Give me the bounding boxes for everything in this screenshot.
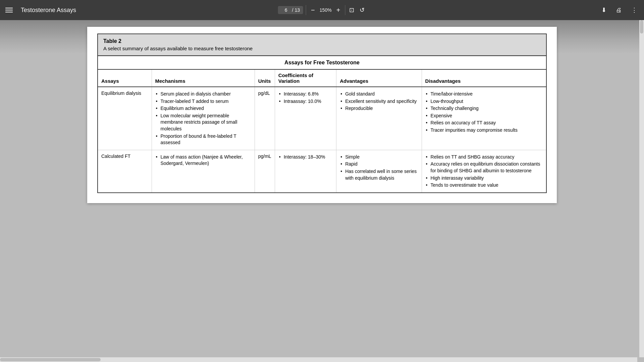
list-item: Low-throughput (425, 98, 543, 105)
page-number-input[interactable] (281, 7, 291, 13)
horizontal-scrollbar[interactable] (0, 357, 637, 362)
list-item: Serum placed in dialysis chamber (155, 90, 251, 98)
document-title: Testosterone Assays (21, 7, 76, 14)
mechanisms-list-2: Law of mass action (Nanjee & Wheeler, So… (155, 154, 251, 167)
advantages-2: Simple Rapid Has correlated well in some… (336, 150, 422, 192)
nav-zoom-divider (306, 5, 306, 15)
list-item: Expensive (425, 112, 543, 120)
assay-name-1: Equilibrium dialysis (98, 87, 152, 150)
disadvantages-list-1: Time/labor-intensive Low-throughput Tech… (425, 90, 543, 134)
cv-list-1: Interassay: 6.8% Intraassay: 10.0% (278, 90, 333, 105)
horizontal-scrollbar-thumb[interactable] (0, 358, 101, 361)
list-item: Intraassay: 10.0% (278, 98, 333, 105)
advantages-list-1: Gold standard Excellent sensitivity and … (340, 90, 418, 112)
advantages-1: Gold standard Excellent sensitivity and … (336, 87, 422, 150)
rotate-button[interactable]: ↺ (358, 5, 366, 15)
main-table: Assays for Free Testosterone Assays Mech… (98, 56, 546, 192)
col-header-cv: Coefficients of Variation (275, 69, 336, 87)
list-item: Relies on TT and SHBG assay accuracy (425, 154, 543, 161)
table-row: Calculated FT Law of mass action (Nanjee… (98, 150, 546, 192)
fit-page-button[interactable]: ⊡ (348, 5, 356, 15)
disadvantages-list-2: Relies on TT and SHBG assay accuracy Acc… (425, 154, 543, 189)
list-item: Excellent sensitivity and specificity (340, 98, 418, 105)
cv-1: Interassay: 6.8% Intraassay: 10.0% (275, 87, 336, 150)
vertical-scrollbar-thumb[interactable] (640, 20, 643, 34)
units-2: pg/mL (255, 150, 275, 192)
list-item: Gold standard (340, 90, 418, 98)
list-item: Rapid (340, 161, 418, 168)
list-item: Interassay: 18–30% (278, 154, 333, 161)
mechanisms-1: Serum placed in dialysis chamber Tracer-… (152, 87, 255, 150)
more-options-button[interactable]: ⋮ (630, 5, 639, 15)
disadvantages-1: Time/labor-intensive Low-throughput Tech… (422, 87, 546, 150)
col-header-disadvantages: Disadvantages (422, 69, 546, 87)
zoom-value: 150% (319, 7, 332, 13)
table-row: Equilibrium dialysis Serum placed in dia… (98, 87, 546, 150)
menu-icon[interactable] (5, 8, 13, 12)
list-item: Interassay: 6.8% (278, 90, 333, 98)
list-item: Tracer impurities may compromise results (425, 127, 543, 134)
mechanisms-2: Law of mass action (Nanjee & Wheeler, So… (152, 150, 255, 192)
page-area: Table 2 A select summary of assays avail… (0, 20, 644, 362)
list-item: Technically challenging (425, 105, 543, 112)
list-item: Relies on accuracy of TT assay (425, 119, 543, 127)
column-header-row: Assays Mechanisms Units Coefficients of … (98, 69, 546, 87)
list-item: Low molecular weight permeable membrane … (155, 112, 251, 133)
document-page: Table 2 A select summary of assays avail… (87, 27, 557, 203)
toolbar-right: ⬇ 🖨 ⋮ (600, 5, 639, 15)
col-header-assays: Assays (98, 69, 152, 87)
cv-2: Interassay: 18–30% (275, 150, 336, 192)
zoom-fit-divider (345, 5, 345, 15)
zoom-out-button[interactable]: − (309, 6, 317, 15)
col-header-units: Units (255, 69, 275, 87)
table-container: Table 2 A select summary of assays avail… (97, 34, 547, 193)
list-item: High interassay variability (425, 175, 543, 182)
list-item: Time/labor-intensive (425, 90, 543, 98)
download-button[interactable]: ⬇ (600, 5, 608, 15)
page-navigation: / 13 (278, 6, 303, 14)
print-button[interactable]: 🖨 (614, 5, 623, 15)
page-total: 13 (294, 7, 300, 13)
table-caption: Table 2 A select summary of assays avail… (98, 34, 546, 56)
table-subtitle: A select summary of assays available to … (103, 46, 541, 51)
table-title: Table 2 (103, 38, 541, 44)
section-header-cell: Assays for Free Testosterone (98, 56, 546, 70)
list-item: Has correlated well in some series with … (340, 168, 418, 182)
list-item: Tracer-labeled T added to serum (155, 98, 251, 105)
toolbar: Testosterone Assays / 13 − 150% + ⊡ ↺ ⬇ … (0, 0, 644, 20)
page-separator: / (292, 7, 293, 13)
cv-list-2: Interassay: 18–30% (278, 154, 333, 161)
list-item: Reproducible (340, 105, 418, 112)
list-item: Accuracy relies on equilibrium dissociat… (425, 161, 543, 174)
mechanisms-list-1: Serum placed in dialysis chamber Tracer-… (155, 90, 251, 146)
units-1: pg/dL (255, 87, 275, 150)
list-item: Equilibrium achieved (155, 105, 251, 112)
col-header-mechanisms: Mechanisms (152, 69, 255, 87)
assay-name-2: Calculated FT (98, 150, 152, 192)
list-item: Tends to overestimate true value (425, 182, 543, 189)
section-header-row: Assays for Free Testosterone (98, 56, 546, 70)
toolbar-center: / 13 − 150% + ⊡ ↺ (278, 5, 366, 15)
vertical-scrollbar[interactable] (639, 20, 644, 357)
list-item: Simple (340, 154, 418, 161)
list-item: Law of mass action (Nanjee & Wheeler, So… (155, 154, 251, 167)
zoom-in-button[interactable]: + (334, 6, 342, 15)
list-item: Proportion of bound & free-labeled T ass… (155, 133, 251, 146)
zoom-control: − 150% + (309, 6, 342, 15)
advantages-list-2: Simple Rapid Has correlated well in some… (340, 154, 418, 182)
col-header-advantages: Advantages (336, 69, 422, 87)
disadvantages-2: Relies on TT and SHBG assay accuracy Acc… (422, 150, 546, 192)
